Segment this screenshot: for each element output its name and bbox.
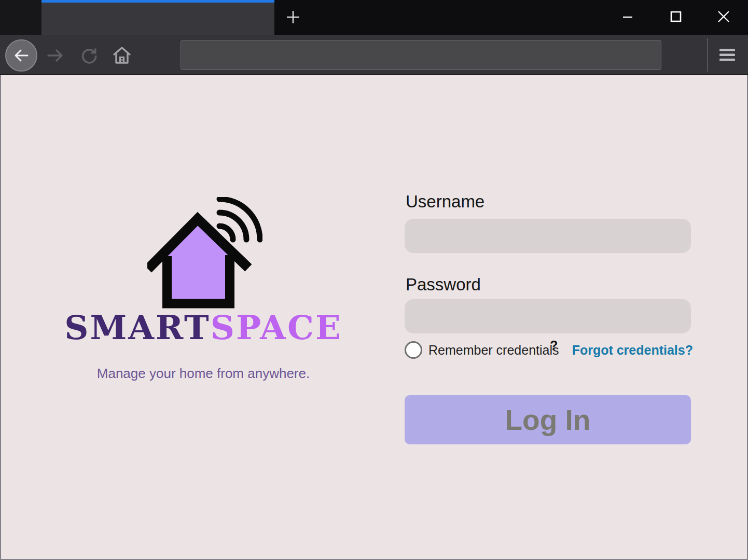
password-label: Password (406, 275, 481, 295)
remember-radio[interactable] (405, 341, 422, 359)
brand-wordmark-primary: SMART (64, 308, 210, 347)
browser-window: SMARTSPACE Manage your home from anywher… (0, 0, 748, 560)
home-button[interactable] (112, 46, 132, 65)
maximize-button[interactable] (664, 6, 687, 28)
login-button[interactable]: Log In (405, 395, 691, 444)
back-button[interactable] (5, 39, 37, 72)
help-question-mark[interactable]: ? (550, 338, 558, 353)
titlebar (0, 0, 748, 35)
close-button[interactable] (712, 6, 735, 28)
brand-wordmark: SMARTSPACE (22, 311, 385, 344)
minimize-button[interactable] (616, 6, 639, 28)
password-input[interactable] (405, 299, 691, 333)
minimize-icon (620, 9, 635, 24)
nav-toolbar (0, 35, 748, 75)
remember-row: Remember credentials ? Forgot credential… (405, 341, 691, 360)
new-tab-button[interactable] (283, 7, 303, 28)
reload-icon (79, 46, 99, 65)
reload-button[interactable] (79, 46, 99, 65)
url-input[interactable] (181, 40, 661, 70)
forgot-credentials-link[interactable]: Forgot credentials? (572, 343, 693, 358)
forward-button[interactable] (46, 46, 65, 65)
page-content: SMARTSPACE Manage your home from anywher… (0, 75, 748, 560)
home-icon (112, 46, 132, 65)
menu-button[interactable] (716, 46, 738, 65)
close-icon (716, 9, 731, 24)
toolbar-separator (707, 38, 708, 72)
plus-icon (284, 8, 302, 26)
hamburger-menu-icon (718, 47, 736, 63)
username-input[interactable] (405, 219, 691, 253)
browser-tab[interactable] (41, 0, 274, 35)
maximize-icon (668, 9, 684, 24)
back-arrow-icon (12, 46, 31, 65)
remember-label: Remember credentials (428, 343, 559, 358)
smart-home-logo-icon (147, 197, 262, 312)
brand-tagline: Manage your home from anywhere. (22, 366, 385, 382)
username-label: Username (406, 192, 484, 212)
brand-wordmark-secondary: SPACE (211, 308, 342, 347)
titlebar-corner (0, 0, 41, 35)
active-tab-accent-stripe (41, 0, 274, 3)
forward-arrow-icon (46, 46, 65, 65)
